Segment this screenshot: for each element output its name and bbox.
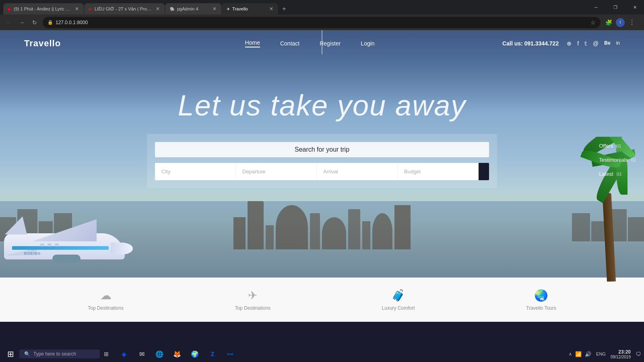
tab-youtube2[interactable]: ▶ LIÊU GIỜ - 2T x Văn ( Produced t... ✕ <box>84 3 165 14</box>
social-icons: ⊕ f 𝕥 @ Be in <box>567 40 620 47</box>
clock-time: 23:20 <box>611 349 631 355</box>
extensions-button[interactable]: 🧩 <box>604 18 613 27</box>
ie-icon: 🌐 <box>155 350 163 358</box>
social-icon-circle[interactable]: ⊕ <box>567 40 572 47</box>
website-content: Travello Home Contact Register Login Cal… <box>0 30 644 322</box>
taskbar-dropbox[interactable]: ◈ <box>116 347 132 361</box>
forward-button[interactable]: → <box>17 18 27 27</box>
feature-icon-1: ☁ <box>100 289 111 302</box>
hero-title: Let us take you away <box>178 89 466 122</box>
reload-button[interactable]: ↻ <box>30 18 39 27</box>
taskbar-chrome[interactable]: 🌍 <box>187 347 203 361</box>
tab-close-icon[interactable]: ✕ <box>75 6 79 12</box>
maximize-button[interactable]: ❐ <box>606 0 625 14</box>
nav-home[interactable]: Home <box>245 39 260 47</box>
features-section: ☁ Top Destinations ✈ Top Destinations 🧳 … <box>0 278 644 322</box>
browser-extras: 🧩 I ⋮ <box>604 18 640 27</box>
sidebar-item-testimonials[interactable]: Testimonials 02 <box>599 157 636 163</box>
zalo-icon: Z <box>211 351 215 357</box>
taskbar-email[interactable]: ✉ <box>134 347 150 361</box>
notification-button[interactable]: 🗨 <box>636 351 641 357</box>
firefox-icon: 🦊 <box>173 350 181 358</box>
navbar: Travello Home Contact Register Login Cal… <box>0 30 644 57</box>
nav-links: Home Contact Register Login <box>117 39 502 47</box>
sidebar-num: 01 <box>616 144 621 148</box>
taskbar: ⊞ 🔍 Type here to search ⊞ ◈ ✉ 🌐 🦊 🌍 Z ⧟ <box>0 346 644 362</box>
profile-button[interactable]: I <box>616 18 625 27</box>
taskbar-vscode[interactable]: ⧟ <box>222 347 238 361</box>
browser-chrome: ▶ (9) 1 Phút - Andiez || Lyric Vi... ✕ ▶… <box>0 0 644 30</box>
taskbar-zalo[interactable]: Z <box>204 347 221 361</box>
site-logo: Travello <box>24 38 61 49</box>
tab-title: pgAdmin 4 <box>177 6 210 11</box>
tab-close-icon[interactable]: ✕ <box>213 6 217 12</box>
taskbar-search-text: Type here to search <box>33 351 76 357</box>
taskbar-firefox[interactable]: 🦊 <box>169 347 185 361</box>
budget-input[interactable] <box>398 163 479 180</box>
back-button[interactable]: ← <box>4 18 14 27</box>
social-icon-twitter[interactable]: 𝕥 <box>584 40 587 47</box>
tab-title: (9) 1 Phút - Andiez || Lyric Vi... <box>14 6 72 11</box>
tab-close-icon[interactable]: ✕ <box>156 6 160 12</box>
clock-date: 09/12/2019 <box>611 355 631 359</box>
social-icon-at[interactable]: @ <box>593 40 599 47</box>
tab-youtube1[interactable]: ▶ (9) 1 Phút - Andiez || Lyric Vi... ✕ <box>3 3 84 14</box>
tab-pgadmin[interactable]: 🐘 pgAdmin 4 ✕ <box>165 3 221 14</box>
sidebar-item-latest[interactable]: Latest 03 <box>599 171 636 177</box>
bookmark-icon[interactable]: ☆ <box>590 19 596 26</box>
system-clock: 23:20 09/12/2019 <box>611 349 631 359</box>
social-icon-behance[interactable]: Be <box>604 40 610 47</box>
hero-section: Let us take you away Search for your tri… <box>0 89 644 188</box>
tab-title: LIÊU GIỜ - 2T x Văn ( Produced t... <box>95 6 153 12</box>
search-form: SEARCH <box>155 163 489 180</box>
tab-travello[interactable]: ✈ Travello ✕ <box>222 3 278 14</box>
nav-contact[interactable]: Contact <box>280 40 299 47</box>
taskbar-system-tray: ∧ 📶 🔊 ENG 23:20 09/12/2019 🗨 <box>569 349 641 359</box>
close-button[interactable]: ✕ <box>625 0 644 14</box>
taskbar-ie[interactable]: 🌐 <box>151 347 167 361</box>
chevron-up-icon[interactable]: ∧ <box>569 352 572 357</box>
feature-icon-3: 🧳 <box>391 289 405 302</box>
search-container: Search for your trip SEARCH <box>147 134 497 188</box>
sidebar-label: Testimonials <box>599 157 628 163</box>
city-input[interactable] <box>155 163 236 180</box>
search-title: Search for your trip <box>155 142 489 157</box>
taskbar-pinned-apps: ◈ ✉ 🌐 🦊 🌍 Z ⧟ <box>116 347 238 361</box>
network-icon: 📶 <box>575 351 582 357</box>
address-bar: ← → ↻ 🔒 127.0.0.1:8000 ☆ 🧩 I ⋮ <box>0 14 644 30</box>
sidebar-num: 03 <box>617 172 621 177</box>
chrome-icon: 🌍 <box>191 350 199 358</box>
tab-title: Travello <box>232 6 267 11</box>
navbar-right: Call us: 091.3344.722 ⊕ f 𝕥 @ Be in <box>502 40 620 47</box>
feature-3: 🧳 Luxury Comfort <box>382 289 415 311</box>
task-view-icon: ⊞ <box>104 351 109 357</box>
tab-favicon: 🐘 <box>170 7 175 11</box>
sidebar-label: Latest <box>599 171 613 177</box>
vscode-icon: ⧟ <box>227 350 233 358</box>
feature-1: ☁ Top Destinations <box>88 289 124 311</box>
departure-input[interactable] <box>236 163 317 180</box>
task-view-button[interactable]: ⊞ <box>101 347 111 361</box>
menu-button[interactable]: ⋮ <box>627 18 637 27</box>
dropbox-icon: ◈ <box>122 350 126 358</box>
social-icon-facebook[interactable]: f <box>577 40 579 47</box>
social-icon-linkedin[interactable]: in <box>616 40 620 47</box>
minimize-button[interactable]: ─ <box>587 0 605 14</box>
new-tab-button[interactable]: + <box>279 3 290 14</box>
tab-favicon: ✈ <box>227 7 230 11</box>
start-button[interactable]: ⊞ <box>3 347 18 361</box>
url-bar[interactable]: 🔒 127.0.0.1:8000 ☆ <box>43 17 601 28</box>
volume-icon: 🔊 <box>585 351 591 357</box>
arrival-input[interactable] <box>317 163 398 180</box>
sidebar-item-offers[interactable]: Offers 01 <box>599 143 636 149</box>
feature-icon-2: ✈ <box>248 289 257 302</box>
search-button[interactable]: SEARCH <box>479 163 489 180</box>
email-icon: ✉ <box>139 350 144 358</box>
nav-register[interactable]: Register <box>320 40 341 47</box>
tab-favicon: ▶ <box>89 7 92 11</box>
nav-login[interactable]: Login <box>361 40 374 47</box>
taskbar-search-box[interactable]: 🔍 Type here to search <box>19 350 100 358</box>
window-controls: ─ ❐ ✕ <box>587 0 644 14</box>
tab-close-icon[interactable]: ✕ <box>269 6 273 12</box>
tab-favicon: ▶ <box>8 7 11 11</box>
